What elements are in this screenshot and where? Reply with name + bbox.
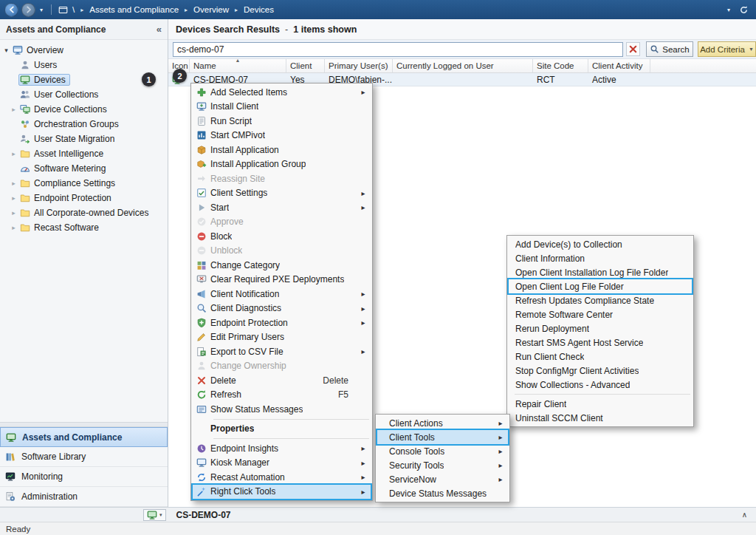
- menu-item-recast-automation[interactable]: Recast Automation▸: [193, 470, 371, 485]
- menu-item-install-application[interactable]: Install Application: [193, 143, 371, 157]
- back-button[interactable]: [4, 3, 18, 17]
- sidebar-item-overview[interactable]: ▾Overview: [0, 43, 168, 58]
- menu-item-show-collections-advanced[interactable]: Show Collections - Advanced: [509, 378, 692, 392]
- column-header-currently-logged-on-user[interactable]: Currently Logged on User: [393, 59, 533, 72]
- sidebar-item-orchestration-groups[interactable]: Orchestration Groups: [0, 117, 168, 132]
- tree-expand-icon[interactable]: ▸: [9, 106, 18, 113]
- column-header-primary-user-s[interactable]: Primary User(s): [325, 59, 393, 72]
- menu-item-install-client[interactable]: Install Client: [193, 100, 371, 115]
- menu-item-refresh-updates-compliance-state[interactable]: Refresh Updates Compliance State: [509, 293, 692, 307]
- column-header-name[interactable]: Name▲: [190, 59, 286, 72]
- menu-item-refresh[interactable]: RefreshF5: [193, 388, 371, 403]
- menu-item-endpoint-insights[interactable]: Endpoint Insights▸: [193, 441, 371, 456]
- tree-collapse-icon[interactable]: ▾: [1, 47, 11, 54]
- menu-item-open-client-installation-log-file-folder[interactable]: Open Client Installation Log File Folder: [509, 265, 692, 279]
- menu-item-show-status-messages[interactable]: Show Status Messages: [193, 402, 371, 417]
- device-context-menu: Add Selected Items▸Install ClientRun Scr…: [190, 83, 373, 501]
- menu-item-security-tools[interactable]: Security Tools▸: [377, 458, 508, 472]
- collapse-pane-icon[interactable]: «: [157, 24, 162, 35]
- sidebar-item-user-collections[interactable]: User Collections: [0, 87, 168, 102]
- menu-item-client-tools[interactable]: Client Tools▸: [377, 430, 508, 444]
- breadcrumb-item-devices[interactable]: Devices: [244, 5, 274, 14]
- menu-item-endpoint-protection[interactable]: Endpoint Protection▸: [193, 316, 371, 330]
- menu-item-client-settings[interactable]: Client Settings▸: [193, 186, 371, 201]
- menu-item-repair-client[interactable]: Repair Client: [509, 397, 692, 411]
- sidebar-item-users[interactable]: Users: [0, 58, 168, 72]
- search-input[interactable]: [173, 42, 623, 57]
- tree-expand-icon[interactable]: ▸: [9, 180, 18, 187]
- column-header-site-code[interactable]: Site Code: [533, 59, 588, 72]
- menu-item-start[interactable]: Start▸: [193, 200, 371, 215]
- sidebar-item-device-collections[interactable]: ▸Device Collections: [0, 102, 168, 117]
- menu-item-client-diagnostics[interactable]: Client Diagnostics▸: [193, 301, 371, 316]
- tree-expand-icon[interactable]: ▸: [9, 150, 18, 157]
- sidebar-item-recast-software[interactable]: ▸Recast Software: [0, 220, 168, 235]
- address-dropdown-icon[interactable]: ▾: [726, 7, 732, 13]
- menu-item-properties[interactable]: Properties: [193, 422, 371, 437]
- menu-item-device-status-messages[interactable]: Device Status Messages: [377, 486, 508, 500]
- tree-expand-icon[interactable]: ▸: [9, 209, 18, 217]
- collapse-preview-icon[interactable]: ∧: [742, 511, 747, 519]
- toolbar-separator: [51, 4, 52, 15]
- workspace-administration[interactable]: Administration: [0, 487, 168, 507]
- column-header-client[interactable]: Client: [286, 59, 325, 72]
- menu-item-restart-sms-agent-host-service[interactable]: Restart SMS Agent Host Service: [509, 335, 692, 350]
- sidebar-item-user-state-migration[interactable]: User State Migration: [0, 132, 168, 146]
- nav-history-dropdown-icon[interactable]: ▾: [38, 7, 44, 13]
- menu-item-add-device-s-to-collection[interactable]: Add Device(s) to Collection: [509, 237, 692, 251]
- user-icon: [20, 60, 30, 70]
- tree-expand-icon[interactable]: ▸: [9, 194, 18, 202]
- sidebar-item-compliance-settings[interactable]: ▸Compliance Settings: [0, 176, 168, 191]
- breadcrumb-item-assets-and-compliance[interactable]: Assets and Compliance: [89, 5, 179, 14]
- menu-item-remote-software-center[interactable]: Remote Software Center: [509, 307, 692, 321]
- menu-item-run-script[interactable]: Run Script: [193, 114, 371, 129]
- clear-search-button[interactable]: [626, 42, 640, 56]
- menu-item-add-selected-items[interactable]: Add Selected Items▸: [193, 85, 371, 100]
- menu-item-client-information[interactable]: Client Information: [509, 251, 692, 265]
- forward-button[interactable]: [21, 3, 35, 17]
- workspace-monitoring[interactable]: Monitoring: [0, 467, 168, 487]
- console-icon: [58, 5, 68, 15]
- sidebar-item-asset-intelligence[interactable]: ▸Asset Intelligence: [0, 146, 168, 161]
- category-icon: [193, 260, 210, 270]
- menu-item-install-application-group[interactable]: Install Application Group: [193, 157, 371, 172]
- tree-expand-icon[interactable]: ▸: [9, 224, 18, 231]
- menu-item-kiosk-manager[interactable]: Kiosk Manager▸: [193, 456, 371, 471]
- device-preview-dropdown[interactable]: ▾: [143, 509, 166, 521]
- menu-item-change-category[interactable]: Change Category: [193, 258, 371, 273]
- column-header-client-activity[interactable]: Client Activity: [588, 59, 650, 72]
- menu-item-client-notification[interactable]: Client Notification▸: [193, 287, 371, 301]
- menu-item-right-click-tools[interactable]: Right Click Tools▸: [193, 485, 371, 500]
- menu-item-start-cmpivot[interactable]: Start CMPivot: [193, 129, 371, 143]
- preview-device-name: CS-DEMO-07: [176, 510, 231, 520]
- results-header: Devices Search Results - 1 items shown: [168, 19, 756, 40]
- workspace-software-library[interactable]: Software Library: [0, 447, 168, 467]
- sidebar-item-software-metering[interactable]: Software Metering: [0, 161, 168, 176]
- menu-item-uninstall-sccm-client[interactable]: Uninstall SCCM Client: [509, 411, 692, 425]
- menu-item-rerun-deployment[interactable]: Rerun Deployment: [509, 321, 692, 335]
- search-button[interactable]: Search: [646, 41, 693, 57]
- menu-item-block[interactable]: Block: [193, 229, 371, 244]
- menu-item-servicenow[interactable]: ServiceNow▸: [377, 472, 508, 486]
- menu-item-run-client-check[interactable]: Run Client Check: [509, 350, 692, 364]
- diagnostics-icon: [193, 303, 210, 313]
- menu-item-export-to-csv-file[interactable]: Export to CSV File▸: [193, 344, 371, 359]
- workspace-assets-and-compliance[interactable]: Assets and Compliance: [0, 427, 168, 447]
- menu-item-stop-configmgr-client-activities[interactable]: Stop ConfigMgr Client Activities: [509, 364, 692, 378]
- breadcrumb-item-root[interactable]: \: [72, 5, 75, 14]
- refresh-icon[interactable]: [739, 5, 749, 15]
- sidebar-item-endpoint-protection[interactable]: ▸Endpoint Protection: [0, 191, 168, 205]
- menu-item-edit-primary-users[interactable]: Edit Primary Users: [193, 330, 371, 345]
- block-icon: [193, 231, 210, 242]
- results-title: Devices Search Results: [176, 24, 280, 35]
- menu-item-console-tools[interactable]: Console Tools▸: [377, 444, 508, 458]
- menu-item-clear-required-pxe-deployments[interactable]: Clear Required PXE Deployments: [193, 273, 371, 287]
- menu-item-delete[interactable]: DeleteDelete: [193, 373, 371, 388]
- right-click-tools-submenu: Client Actions▸Client Tools▸Console Tool…: [375, 414, 510, 502]
- breadcrumb-item-overview[interactable]: Overview: [193, 5, 229, 14]
- sidebar-item-all-corporate-owned-devices[interactable]: ▸All Corporate-owned Devices: [0, 205, 168, 220]
- menu-item-open-client-log-file-folder[interactable]: Open Client Log File Folder: [509, 279, 692, 293]
- workspace-splitter[interactable]: [0, 422, 168, 427]
- menu-item-client-actions[interactable]: Client Actions▸: [377, 416, 508, 430]
- add-criteria-button[interactable]: Add Criteria ▼: [698, 41, 756, 57]
